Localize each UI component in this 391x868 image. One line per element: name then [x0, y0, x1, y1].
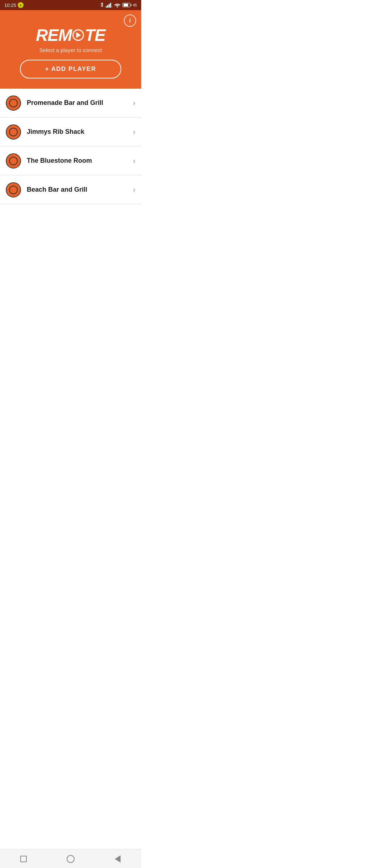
svg-rect-3 — [110, 3, 111, 8]
status-icons: 45 — [100, 2, 137, 8]
player-status-icon — [6, 153, 21, 169]
bluetooth-icon — [100, 2, 104, 8]
player-list-item[interactable]: Beach Bar and Grill› — [0, 175, 141, 204]
player-list: Promenade Bar and Grill›Jimmys Rib Shack… — [0, 89, 141, 204]
add-player-button[interactable]: + ADD PLAYER — [20, 60, 121, 78]
player-name-label: Jimmys Rib Shack — [27, 128, 133, 136]
svg-rect-4 — [112, 6, 112, 8]
player-status-icon — [6, 124, 21, 140]
status-time: 10:25 ● — [4, 2, 24, 8]
battery-icon — [122, 3, 130, 7]
chevron-right-icon: › — [133, 99, 135, 107]
clock-icon: ● — [18, 2, 24, 8]
chevron-right-icon: › — [133, 186, 135, 194]
svg-rect-0 — [106, 6, 107, 8]
info-button[interactable]: i — [124, 14, 136, 27]
player-name-label: Promenade Bar and Grill — [27, 99, 133, 107]
player-list-item[interactable]: Promenade Bar and Grill› — [0, 89, 141, 118]
chevron-right-icon: › — [133, 157, 135, 165]
player-list-item[interactable]: Jimmys Rib Shack› — [0, 118, 141, 146]
info-icon: i — [129, 17, 131, 24]
logo-text-right: TE — [85, 27, 105, 43]
player-status-icon — [6, 182, 21, 197]
app-logo: REM TE — [36, 27, 105, 43]
time-label: 10:25 — [4, 3, 16, 8]
player-list-container: Promenade Bar and Grill›Jimmys Rib Shack… — [0, 89, 141, 223]
player-name-label: Beach Bar and Grill — [27, 186, 133, 193]
chevron-right-icon: › — [133, 128, 135, 136]
logo-text-left: REM — [36, 27, 72, 43]
play-icon — [72, 29, 84, 41]
svg-rect-2 — [109, 4, 110, 8]
subtitle-text: Select a player to connect — [39, 47, 102, 53]
player-name-label: The Bluestone Room — [27, 157, 133, 165]
svg-rect-1 — [107, 5, 108, 8]
status-bar: 10:25 ● 45 — [0, 0, 141, 10]
player-status-icon — [6, 95, 21, 111]
app-header: i REM TE Select a player to connect + AD… — [0, 10, 141, 89]
player-list-item[interactable]: The Bluestone Room› — [0, 146, 141, 175]
wifi-icon — [114, 3, 121, 8]
battery-label: 45 — [133, 3, 137, 7]
signal-icon — [106, 3, 112, 8]
